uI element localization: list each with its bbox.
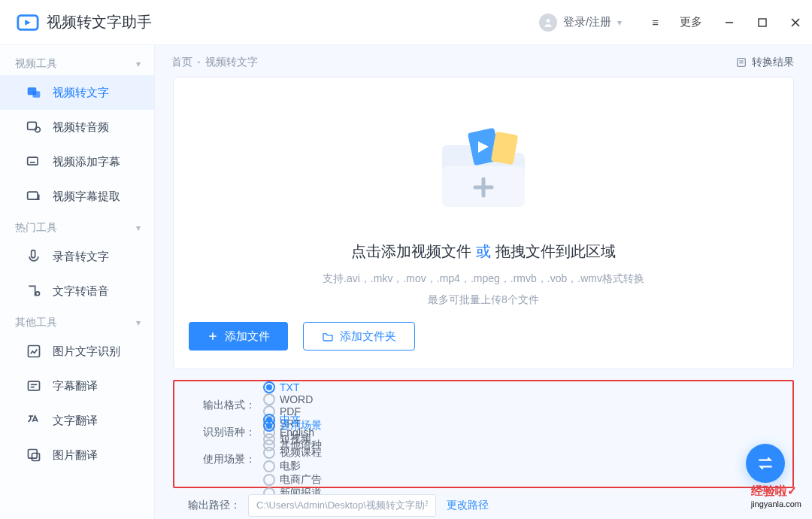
login-link[interactable]: 登录/注册 ▾ [539,14,622,32]
mic-text-icon [26,248,42,265]
radio-scene-4[interactable]: 电商广告 [263,473,322,487]
sidebar-section-video[interactable]: 视频工具▾ [0,50,154,75]
login-label: 登录/注册 [563,15,611,29]
sidebar-item-ocr[interactable]: 图片文字识别 [0,334,154,369]
radio-scene-0[interactable]: 通用场景 [263,419,322,432]
translate-icon [26,412,42,429]
sidebar-item-subtitle-translate[interactable]: 字幕翻译 [0,369,154,403]
drop-area[interactable]: 点击添加视频文件或拖拽文件到此区域 支持.avi，.mkv，.mov，.mp4，… [173,77,794,369]
chevron-down-icon: ▾ [136,223,141,233]
app-title: 视频转文字助手 [47,12,152,32]
svg-rect-21 [32,454,40,461]
settings-panel: 输出格式： TXTWORDPDFSRT 识别语种： 中文English其他语种 … [173,380,794,488]
breadcrumb-current: 视频转文字 [205,56,258,69]
app-logo [17,11,39,34]
folder-illustration [420,93,547,235]
radio-format-1[interactable]: WORD [263,393,313,405]
sidebar-item-video-to-audio[interactable]: 视频转音频 [0,110,154,144]
folder-icon [322,330,334,342]
video-text-icon [26,84,42,101]
scene-row: 使用场景： 通用场景短视频视频课程电影电商广告新闻报道 [188,446,779,473]
watermark: 经验啦✓ jingyanla.com [751,484,801,508]
more-label[interactable]: 更多 [680,15,702,29]
breadcrumb-home[interactable]: 首页 [171,56,192,69]
sidebar-item-text-to-speech[interactable]: 文字转语音 [0,274,154,308]
sidebar-section-other[interactable]: 其他工具▾ [0,308,154,334]
convert-fab[interactable] [746,444,785,483]
titlebar: 视频转文字助手 登录/注册 ▾ ≡ 更多 [0,0,812,45]
hamburger-icon[interactable]: ≡ [652,16,659,29]
result-link[interactable]: 转换结果 [735,56,794,69]
subtitle-translate-icon [26,378,42,394]
sidebar-item-video-to-text[interactable]: 视频转文字 [0,75,154,110]
chevron-down-icon: ▾ [136,317,141,328]
output-path-row: 输出路径： 更改路径 [173,491,794,519]
image-translate-icon [26,447,42,463]
sidebar-item-extract-subtitle[interactable]: 视频字幕提取 [0,179,154,214]
sidebar: 视频工具▾ 视频转文字 视频转音频 视频添加字幕 视频字幕提取 热门工具▾ 录音… [0,45,155,519]
radio-scene-1[interactable]: 短视频 [263,432,322,446]
add-folder-button[interactable]: 添加文件夹 [303,322,415,351]
breadcrumb: 首页 - 视频转文字 [171,56,258,69]
radio-scene-3[interactable]: 电影 [263,460,322,473]
output-path-input[interactable] [248,494,436,517]
minimize-button[interactable] [723,17,735,29]
svg-rect-16 [29,346,40,357]
subtitle-extract-icon [26,188,42,205]
svg-rect-14 [32,250,35,258]
svg-point-15 [36,292,40,296]
supported-formats: 支持.avi，.mkv，.mov，.mp4，.mpeg，.rmvb，.vob，.… [323,272,644,286]
sidebar-section-hot[interactable]: 热门工具▾ [0,214,154,239]
sidebar-item-image-translate[interactable]: 图片翻译 [0,438,154,472]
chevron-down-icon: ▾ [136,59,141,69]
ocr-icon [26,343,42,360]
radio-scene-2[interactable]: 视频课程 [263,446,322,460]
radio-format-0[interactable]: TXT [263,381,313,393]
change-path-link[interactable]: 更改路径 [447,499,489,512]
svg-point-2 [547,19,550,23]
svg-rect-11 [28,157,38,165]
drop-instruction: 点击添加视频文件或拖拽文件到此区域 [351,241,616,262]
close-button[interactable] [789,17,801,29]
user-avatar-icon [539,14,557,32]
sidebar-item-audio-to-text[interactable]: 录音转文字 [0,239,154,274]
svg-rect-8 [32,91,40,97]
plus-icon [207,330,219,342]
add-file-button[interactable]: 添加文件 [189,322,288,351]
svg-marker-1 [25,20,31,26]
svg-rect-17 [29,381,40,390]
sidebar-item-add-subtitle[interactable]: 视频添加字幕 [0,144,154,179]
svg-rect-13 [28,192,38,199]
subtitle-add-icon [26,153,42,170]
video-audio-icon [26,119,42,135]
svg-rect-4 [759,19,766,26]
convert-icon [756,454,775,473]
chevron-down-icon: ▾ [617,17,622,28]
tts-icon [26,283,42,299]
main-panel: 首页 - 视频转文字 转换结果 [155,45,812,519]
list-icon [735,56,747,68]
maximize-button[interactable] [756,17,768,29]
sidebar-item-text-translate[interactable]: 文字翻译 [0,403,154,438]
max-files: 最多可批量上传8个文件 [428,293,539,307]
